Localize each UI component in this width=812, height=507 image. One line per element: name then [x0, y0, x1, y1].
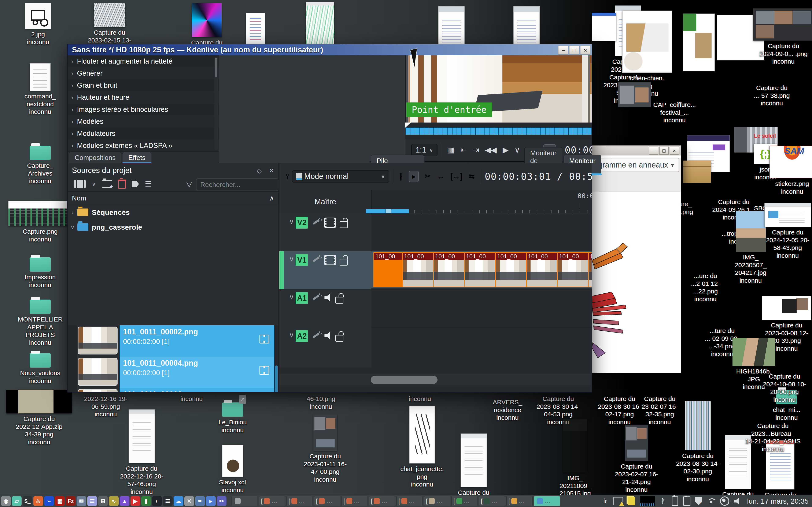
timeline-clip[interactable]: 101_00 [526, 252, 558, 287]
track-header[interactable]: ∨ A1 [280, 289, 371, 329]
effect-category-row[interactable]: › Grain et bruit [68, 79, 219, 92]
launcher-icon[interactable]: Fz [66, 496, 75, 506]
bin-folder-row[interactable]: › Séquences [68, 205, 278, 220]
kdenlive-titlebar[interactable]: Sans titre */ HD 1080p 25 fps — Kdenlive… [68, 44, 592, 55]
window-button[interactable]: [ … [397, 496, 423, 506]
edit-mode-select[interactable]: Mode normal ∨ [292, 170, 389, 182]
chevron-down-icon[interactable]: ∨ [289, 293, 294, 301]
tree-chevron-icon[interactable]: › [68, 209, 78, 216]
effect-category-row[interactable]: › Générer [68, 67, 219, 79]
timeline-clip[interactable]: 101_00 [433, 252, 465, 287]
window-button[interactable]: [ … [314, 496, 340, 506]
desktop-icon[interactable]: 46-10.png inconnu [289, 393, 353, 410]
track-badge[interactable]: V2 [296, 217, 308, 229]
launcher-icon[interactable]: ◐ [152, 496, 162, 506]
launcher-icon[interactable]: ⊞ [98, 496, 108, 506]
desktop-icon[interactable]: inconnu [170, 393, 213, 403]
minimize-button[interactable]: – [649, 147, 658, 155]
kdenlive-window[interactable]: Sans titre */ HD 1080p 25 fps — Kdenlive… [67, 44, 592, 393]
timeline-clip[interactable]: 101_00 [588, 252, 592, 287]
desktop-icon[interactable]: Capture du 2023-02-07 16- 21-24.png inco… [603, 425, 670, 494]
desktop-icon[interactable]: Capture du 2024-09-0... .png inconnu [753, 8, 812, 65]
launcher-icon[interactable]: ▦ [55, 496, 65, 506]
timeline-tool-button[interactable]: ⇆ [468, 172, 475, 181]
timeline-clip[interactable]: 101_00 [557, 252, 589, 287]
chevron-right-icon[interactable]: › [68, 106, 77, 113]
timeline-track[interactable]: ∨ A2 [280, 327, 592, 364]
tag-icon[interactable] [132, 181, 139, 187]
timeline-zone-bar[interactable] [366, 209, 409, 213]
effect-category-row[interactable]: › Modulateurs [68, 128, 219, 139]
window-button[interactable]: [ … [479, 496, 505, 506]
launcher-icon[interactable]: ✒ [195, 496, 205, 506]
hamburger-menu-icon[interactable]: ☰ [145, 180, 152, 188]
volume-icon[interactable] [734, 497, 743, 505]
desktop-icon[interactable]: command_ nextcloud inconnu [8, 63, 72, 116]
desktop-icon[interactable]: Capture du 2023...Bureau_ 14-21-04-22_AS… [734, 420, 812, 453]
lock-open-icon[interactable] [340, 259, 348, 266]
effect-category-row[interactable]: › Modèles [68, 116, 219, 128]
transport-button[interactable]: ⇥ [473, 146, 479, 155]
clip-monitor-video[interactable]: Point d'entrée [405, 55, 592, 122]
chevron-right-icon[interactable]: › [68, 142, 77, 149]
desktop-icon[interactable]: Capture_ Archives inconnu [8, 146, 72, 185]
filter-icon[interactable]: ▽ [186, 180, 192, 188]
track-header[interactable]: ∨ V2 [280, 214, 371, 253]
chevron-down-icon[interactable]: ∨ [92, 181, 96, 187]
monitor-zoom-select[interactable]: 1:1 ∨ [411, 144, 437, 156]
desktop-icon[interactable]: 2.jpg inconnu [8, 3, 68, 46]
desktop-icon[interactable]: Capture du 2023-01-11 16- 47-00.png inco… [289, 414, 361, 483]
track-media-icon[interactable] [324, 255, 336, 265]
timeline-clip[interactable]: 101_00 [402, 252, 435, 287]
track-badge[interactable]: A2 [296, 330, 308, 342]
launcher-icon[interactable]: ▮ [141, 496, 151, 506]
launcher-icon[interactable]: ∿ [109, 496, 119, 506]
add-clip-icon[interactable] [74, 180, 86, 188]
desktop-icon[interactable]: IMG_ 20211009_ 210515.jpg inconnu [541, 419, 609, 505]
launcher-icon[interactable]: ▸ [206, 496, 216, 506]
window-button[interactable]: [ … [342, 496, 368, 506]
lock-open-icon[interactable] [340, 221, 348, 228]
add-folder-icon[interactable] [102, 180, 112, 188]
keyboard-layout[interactable]: fr [602, 497, 609, 505]
track-media-icon[interactable] [324, 331, 334, 340]
chevron-right-icon[interactable]: › [68, 130, 77, 137]
chevron-right-icon[interactable]: › [68, 82, 77, 89]
timeline-tool-button[interactable]: ↔ [437, 172, 445, 181]
window-button[interactable]: [ … [287, 496, 313, 506]
clipboard-icon[interactable] [683, 496, 691, 506]
float-panel-icon[interactable]: ◇ [257, 167, 262, 174]
effect-category-row[interactable]: › Modules externes « LADSPA » [68, 139, 219, 152]
close-button[interactable]: ✕ [670, 147, 679, 155]
timeline-hscrollbar[interactable] [280, 374, 592, 386]
effects-scrollbar[interactable] [214, 57, 218, 150]
track-media-icon[interactable] [324, 293, 334, 302]
desktop-icon[interactable]: Capture du 2024-12-05 20- 58-43.png inco… [763, 203, 812, 260]
master-track-button[interactable]: Maître [280, 190, 372, 214]
effects-wand-icon[interactable] [312, 218, 320, 227]
disk-usage-window[interactable]: – □ ✕ agramme en anneaux ▾ [591, 145, 681, 373]
timeline-clip[interactable]: 101_00 [373, 252, 403, 287]
desktop-icon[interactable]: ...ure du ...2-01 12- ...22.png inconnu [676, 270, 735, 303]
effects-wand-icon[interactable] [312, 293, 320, 303]
launcher-icon[interactable]: ▱ [12, 496, 21, 506]
track-lane[interactable] [371, 214, 592, 250]
chevron-down-icon[interactable]: ∨ [289, 218, 294, 226]
monitor-timeline-ruler[interactable] [405, 122, 592, 138]
chart-type-dropdown[interactable]: agramme en anneaux ▾ [593, 158, 679, 172]
desktop-icon[interactable]: Nous_voulons inconnu [8, 353, 72, 385]
launcher-icon[interactable]: ✂ [217, 496, 226, 506]
timeline-clip[interactable]: 101_00 [464, 252, 497, 287]
search-input[interactable]: Rechercher... [196, 178, 278, 191]
maximize-button[interactable]: □ [569, 46, 579, 55]
effects-wand-icon[interactable] [312, 331, 320, 341]
launcher-icon[interactable]: ☰ [87, 496, 97, 506]
transport-button[interactable]: ◀◀ [485, 146, 497, 155]
desktop-icon[interactable]: Capture.png inconnu [4, 201, 76, 243]
launcher-icon[interactable]: ♨ [34, 496, 43, 506]
bin-scrollbar[interactable] [274, 325, 278, 392]
track-media-icon[interactable] [324, 218, 336, 228]
desktop-icon[interactable]: MONTPELLIER APPEL A PROJETS inconnu [8, 299, 72, 346]
desktop-icon[interactable]: Capture du 2023-02-15 13- [78, 3, 141, 44]
bin-clip-row[interactable]: 101_0011_00006.png 00:00:02:00 [1] [68, 388, 274, 392]
